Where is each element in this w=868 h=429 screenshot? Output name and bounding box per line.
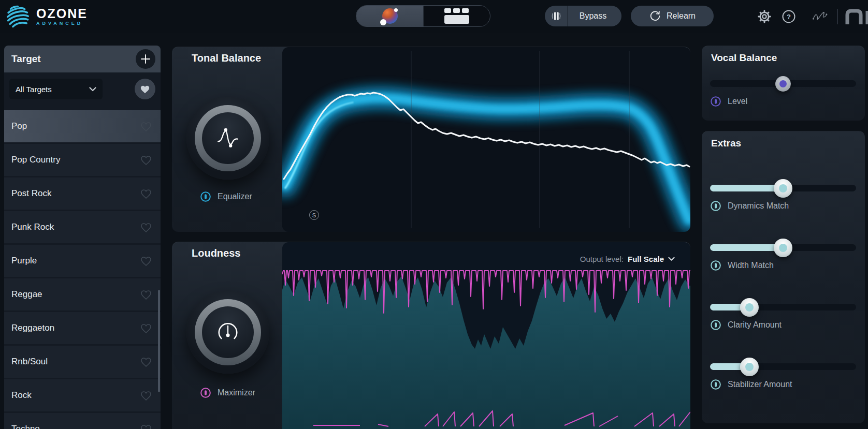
bypass-label: Bypass — [568, 11, 621, 21]
brand-subtitle: ADVANCED — [36, 21, 88, 26]
extras-slider-block: Clarity Amount — [702, 304, 865, 356]
favorite-heart-icon[interactable] — [140, 322, 152, 334]
favorite-heart-icon[interactable] — [140, 121, 152, 132]
power-icon[interactable] — [710, 319, 721, 331]
sidebar-scrollbar[interactable] — [158, 290, 160, 392]
tonal-balance-graph: S Low Low-Mid High-Mid High — [282, 47, 690, 232]
favorite-heart-icon[interactable] — [140, 356, 152, 367]
favorite-heart-icon[interactable] — [140, 188, 152, 199]
refresh-icon — [649, 10, 661, 22]
extras-slider-handle[interactable] — [774, 179, 792, 198]
extras-slider-handle[interactable] — [774, 239, 792, 257]
io-meter-icon[interactable] — [545, 6, 568, 26]
target-item-label: Post Rock — [11, 188, 140, 199]
extras-slider-block: Stabilizer Amount — [702, 363, 865, 415]
audiolens-scribble-icon[interactable] — [812, 9, 828, 24]
extras-slider-label: Dynamics Match — [728, 201, 789, 211]
extras-slider-row[interactable]: Clarity Amount — [710, 319, 782, 331]
favorite-heart-icon[interactable] — [140, 221, 152, 233]
target-list-item[interactable]: Rnb/Soul — [4, 346, 161, 378]
equalizer-module-row[interactable]: Equalizer — [200, 191, 252, 202]
extras-slider-label: Width Match — [728, 261, 774, 270]
relearn-button[interactable]: Relearn — [631, 6, 714, 26]
solo-low-button[interactable]: S — [309, 210, 319, 220]
favorite-heart-icon[interactable] — [140, 154, 152, 166]
vocal-level-slider-handle[interactable] — [775, 76, 791, 92]
power-icon[interactable] — [710, 379, 721, 390]
heart-icon — [139, 84, 151, 94]
target-list: Pop Pop Country Post Rock Punk Rock — [4, 110, 161, 429]
target-list-item[interactable]: Purple — [4, 245, 161, 277]
output-level-label: Output level: — [580, 255, 624, 263]
assistant-view-tab[interactable] — [356, 6, 423, 26]
eq-curve-icon — [216, 126, 240, 150]
extras-slider-row[interactable]: Dynamics Match — [710, 200, 789, 212]
power-icon[interactable] — [200, 191, 211, 202]
extras-slider[interactable] — [710, 363, 856, 370]
extras-slider[interactable] — [710, 185, 856, 191]
maximizer-label: Maximizer — [218, 388, 255, 397]
target-header: Target — [4, 46, 161, 72]
extras-panel: Extras Dynamics Match Width Match — [702, 131, 865, 423]
extras-slider-row[interactable]: Width Match — [710, 260, 774, 271]
extras-slider-label: Stabilizer Amount — [728, 380, 792, 389]
target-list-item[interactable]: Pop — [4, 110, 161, 142]
favorites-filter-button[interactable] — [135, 79, 155, 99]
target-list-item[interactable]: Rock — [4, 379, 161, 411]
extras-slider-row[interactable]: Stabilizer Amount — [710, 379, 792, 390]
extras-slider-block: Dynamics Match — [702, 185, 865, 236]
target-list-item[interactable]: Pop Country — [4, 144, 161, 176]
vocal-level-slider[interactable] — [710, 80, 856, 87]
ni-logo — [844, 8, 868, 25]
target-list-item[interactable]: Punk Rock — [4, 211, 161, 243]
vocal-balance-panel: Vocal Balance Level — [702, 46, 865, 121]
help-icon[interactable]: ? — [781, 9, 797, 24]
equalizer-knob[interactable] — [186, 97, 269, 180]
target-list-item[interactable]: Reggae — [4, 278, 161, 310]
view-toggle[interactable] — [356, 5, 490, 27]
favorite-heart-icon[interactable] — [140, 423, 152, 429]
target-item-label: Purple — [11, 256, 140, 266]
relearn-label: Relearn — [667, 11, 696, 21]
extras-slider-handle[interactable] — [740, 358, 759, 376]
extras-slider[interactable] — [710, 244, 856, 251]
assistant-planet-icon — [382, 8, 398, 24]
target-item-label: Rnb/Soul — [11, 357, 140, 367]
chevron-down-icon — [89, 87, 96, 92]
bypass-button[interactable]: Bypass — [545, 6, 621, 26]
target-sidebar: Target All Targets Pop Pop Country — [4, 46, 161, 429]
target-item-label: Punk Rock — [11, 222, 140, 232]
top-bar: OZONE ADVANCED Bypass Relearn — [0, 0, 868, 33]
target-list-item[interactable]: Techno — [4, 413, 161, 429]
extras-slider[interactable] — [710, 304, 856, 310]
power-icon[interactable] — [710, 200, 721, 212]
power-icon[interactable] — [200, 387, 211, 398]
favorite-heart-icon[interactable] — [140, 255, 152, 267]
settings-gear-icon[interactable] — [757, 9, 772, 24]
favorite-heart-icon[interactable] — [140, 289, 152, 300]
vocal-level-row[interactable]: Level — [710, 96, 747, 107]
favorite-heart-icon[interactable] — [140, 390, 152, 401]
target-list-item[interactable]: Reggaeton — [4, 312, 161, 344]
add-target-button[interactable] — [136, 49, 155, 69]
target-list-item[interactable]: Post Rock — [4, 177, 161, 210]
extras-slider-block: Width Match — [702, 244, 865, 296]
power-icon[interactable] — [710, 96, 721, 107]
tonal-balance-title: Tonal Balance — [192, 52, 261, 64]
maximizer-module-row[interactable]: Maximizer — [200, 387, 255, 398]
gauge-icon — [216, 320, 240, 344]
chevron-down-icon — [668, 257, 675, 261]
detailed-view-tab[interactable] — [423, 6, 490, 26]
equalizer-label: Equalizer — [218, 192, 252, 201]
loudness-graph: Output level: Full Scale — [282, 242, 690, 429]
target-item-label: Techno — [11, 424, 140, 429]
target-item-label: Reggae — [11, 289, 140, 300]
output-level-dropdown[interactable]: Output level: Full Scale — [580, 255, 675, 263]
target-filter-value: All Targets — [16, 85, 89, 94]
extras-slider-handle[interactable] — [740, 298, 759, 317]
target-filter-dropdown[interactable]: All Targets — [9, 79, 103, 99]
topbar-divider — [837, 9, 838, 24]
maximizer-knob[interactable] — [186, 291, 269, 374]
target-item-label: Pop Country — [11, 155, 140, 165]
power-icon[interactable] — [710, 260, 721, 271]
